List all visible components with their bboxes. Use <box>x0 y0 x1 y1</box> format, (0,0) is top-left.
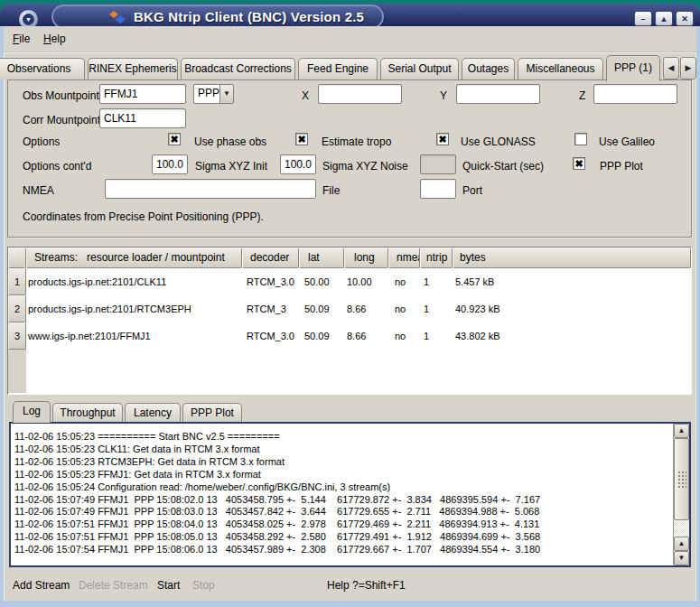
header-lat[interactable]: lat <box>299 247 344 268</box>
chevron-down-icon[interactable]: ▼ <box>219 85 233 103</box>
tab-broadcast-corrections[interactable]: Broadcast Corrections <box>181 58 295 79</box>
start-button[interactable]: Start <box>157 579 180 592</box>
use-glonass-checkbox[interactable]: ✖ <box>436 133 449 145</box>
cell-ntrip: 1 <box>420 331 453 341</box>
header-ntrip[interactable]: ntrip <box>420 247 453 268</box>
window-title: BKG Ntrip Client (BNC) Version 2.5 <box>134 9 364 24</box>
scroll-up-button-2[interactable]: ▲ <box>674 537 689 551</box>
header-bytes[interactable]: bytes <box>453 247 691 268</box>
estimate-tropo-checkbox[interactable]: ✖ <box>295 133 308 145</box>
header-mountpoint[interactable]: Streams: resource loader / mountpoint <box>26 247 242 268</box>
maximize-icon: ▲ <box>660 14 668 23</box>
app-icon <box>109 10 126 24</box>
tab-log[interactable]: Log <box>13 401 51 423</box>
tab-miscellaneous[interactable]: Miscellaneous <box>518 58 603 79</box>
scroll-down-icon: ▼ <box>678 554 686 562</box>
table-row[interactable]: www.igs-ip.net:2101/FFMJ1 RTCM_3.0 50.09… <box>26 322 691 350</box>
obs-mountpoint-input[interactable] <box>99 84 186 104</box>
cell-lat: 50.09 <box>299 331 344 341</box>
ppp-plot-checkbox[interactable]: ✖ <box>573 157 585 170</box>
log-line: 11-02-06 15:07:51 FFMJ1 PPP 15:08:04.0 1… <box>14 518 660 531</box>
minimize-button[interactable]: – <box>634 11 652 26</box>
tab-rinex-ephemeris[interactable]: RINEX Ephemeris <box>88 58 178 79</box>
x-input[interactable] <box>318 84 402 104</box>
row-header-1[interactable]: 1 <box>8 268 26 295</box>
scroll-up-button[interactable]: ▲ <box>674 424 689 438</box>
header-decoder[interactable]: decoder <box>242 247 299 268</box>
log-line: 11-02-06 15:05:23 ========== Start BNC v… <box>14 431 660 444</box>
tab-ppp-plot[interactable]: PPP Plot <box>182 403 242 422</box>
maximize-button[interactable]: ▲ <box>655 11 673 26</box>
sigma-xyz-init-label: Sigma XYZ Init <box>195 160 267 173</box>
menubar: File Help <box>4 26 696 51</box>
nmea-file-input[interactable] <box>105 179 316 199</box>
y-label: Y <box>440 89 447 102</box>
tab-latency[interactable]: Latency <box>125 403 181 422</box>
row-header-2[interactable]: 2 <box>8 295 26 322</box>
sigma-xyz-noise-input[interactable] <box>280 154 316 174</box>
use-galileo-label: Use Galileo <box>599 135 655 148</box>
nmea-label: NMEA <box>23 184 54 197</box>
cell-mountpoint: products.igs-ip.net:2101/RTCM3EPH <box>26 304 242 314</box>
log-line: 11-02-06 15:05:24 Configuration read: /h… <box>14 481 660 494</box>
quick-start-label: Quick-Start (sec) <box>462 160 544 173</box>
cell-nmea: no <box>388 304 420 314</box>
tab-scroll-left-button[interactable]: ◀ <box>663 57 679 79</box>
tab-scroll-right-button[interactable]: ▶ <box>680 57 696 79</box>
ppp-mode-value: PPP <box>194 85 219 103</box>
use-phase-obs-checkbox[interactable]: ✖ <box>168 133 181 145</box>
log-line: 11-02-06 15:05:23 CLK11: Get data in RTC… <box>14 444 660 456</box>
close-button[interactable]: ✕ <box>676 11 694 26</box>
cell-lat: 50.00 <box>299 276 344 287</box>
log-line: 11-02-06 15:05:23 FFMJ1: Get data in RTC… <box>14 469 660 481</box>
cell-bytes: 5.457 kB <box>453 276 691 287</box>
options-contd-label: Options cont'd <box>23 160 91 173</box>
tab-serial-output[interactable]: Serial Output <box>380 58 459 79</box>
y-input[interactable] <box>456 84 540 104</box>
corr-mountpoint-input[interactable] <box>99 108 186 128</box>
nmea-port-input[interactable] <box>420 179 456 199</box>
use-galileo-checkbox[interactable] <box>574 133 587 145</box>
log-line: 11-02-06 15:07:51 FFMJ1 PPP 15:08:05.0 1… <box>14 531 660 544</box>
cell-mountpoint: www.igs-ip.net:2101/FFMJ1 <box>26 331 242 341</box>
sigma-xyz-init-input[interactable] <box>152 154 188 174</box>
tab-feed-engine[interactable]: Feed Engine <box>298 58 378 79</box>
z-input[interactable] <box>593 84 677 104</box>
menu-help[interactable]: Help <box>43 33 66 45</box>
log-line: 11-02-06 15:07:49 FFMJ1 PPP 15:08:02.0 1… <box>14 494 660 507</box>
cell-bytes: 40.923 kB <box>453 304 691 314</box>
quick-start-input <box>420 154 456 174</box>
ppp-footnote: Coordinates from Precise Point Positioni… <box>23 210 264 223</box>
log-line: 11-02-06 15:07:49 FFMJ1 PPP 15:08:03.0 1… <box>14 506 660 518</box>
scroll-down-button[interactable]: ▼ <box>674 551 689 565</box>
cell-long: 10.00 <box>344 276 388 287</box>
estimate-tropo-label: Estimate tropo <box>322 135 391 148</box>
close-icon: ✕ <box>681 14 688 23</box>
ppp-mode-combobox[interactable]: PPP ▼ <box>193 84 234 104</box>
scrollbar-thumb[interactable] <box>674 438 689 520</box>
scrollbar-track[interactable] <box>674 520 689 537</box>
row-header-3[interactable]: 3 <box>8 322 26 350</box>
tab-ppp[interactable]: PPP (1) <box>606 55 660 81</box>
delete-stream-button: Delete Stream <box>79 579 148 592</box>
z-label: Z <box>579 89 585 102</box>
header-nmea[interactable]: nmea <box>388 247 420 268</box>
titlebar[interactable]: ▼ BKG Ntrip Client (BNC) Version 2.5 – ▲… <box>0 4 700 26</box>
tab-observations[interactable]: Observations <box>0 58 85 79</box>
table-row[interactable]: products.igs-ip.net:2101/CLK11 RTCM_3.0 … <box>26 268 691 295</box>
cell-nmea: no <box>388 276 420 287</box>
title-cap: BKG Ntrip Client (BNC) Version 2.5 <box>51 5 384 29</box>
tab-throughput[interactable]: Throughput <box>52 403 123 422</box>
tab-outages[interactable]: Outages <box>462 58 515 79</box>
table-row[interactable]: products.igs-ip.net:2101/RTCM3EPH RTCM_3… <box>26 295 691 322</box>
streams-table-header: Streams: resource loader / mountpoint de… <box>8 247 691 268</box>
menu-file[interactable]: File <box>13 33 30 45</box>
header-corner <box>8 247 26 268</box>
header-long[interactable]: long <box>344 247 388 268</box>
log-scrollbar[interactable]: ▲ ▲ ▼ <box>673 424 689 565</box>
cell-ntrip: 1 <box>420 304 453 314</box>
window-controls: – ▲ ✕ <box>634 11 694 26</box>
cell-decoder: RTCM_3 <box>242 304 299 314</box>
minimize-icon: – <box>640 14 645 23</box>
add-stream-button[interactable]: Add Stream <box>13 579 70 592</box>
